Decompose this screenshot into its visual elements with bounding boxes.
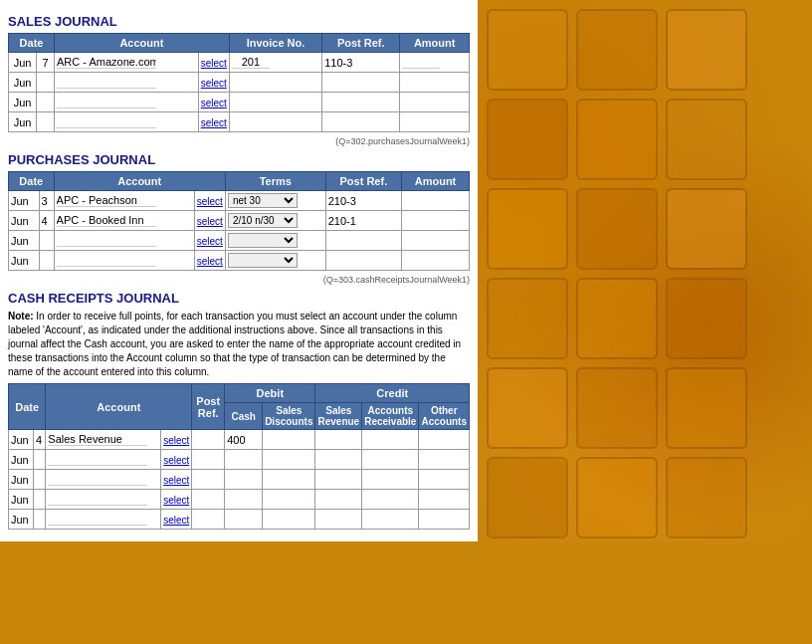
crj-day-1: 4: [34, 430, 46, 450]
crj-account-4: [46, 490, 161, 510]
sj-day-2: [37, 73, 55, 93]
crj-salesdisc-1: [263, 430, 315, 450]
puzzle-bg-svg: [478, 0, 812, 541]
crj-other-5: [419, 510, 470, 530]
pj-account-input-3[interactable]: [57, 234, 156, 247]
crj-account-5: [46, 510, 161, 530]
sj-account-input-1[interactable]: [57, 56, 156, 69]
crj-otheraccounts-header: Other Accounts: [419, 403, 470, 430]
pj-terms-header: Terms: [225, 172, 325, 191]
crj-postref-2: [192, 450, 225, 470]
svg-rect-5: [667, 100, 746, 179]
pj-account-input-1[interactable]: [57, 194, 156, 207]
crj-select-3[interactable]: select: [163, 475, 189, 486]
crj-account-input-5[interactable]: [48, 513, 147, 526]
cash-receipts-note: Note: In order to receive full points, f…: [8, 310, 470, 379]
pj-terms-select-4[interactable]: net 30 2/10 n/30: [228, 253, 298, 268]
pj-select-cell-4: select: [194, 251, 225, 271]
sj-select-cell-4: select: [198, 112, 229, 132]
pj-month-4: Jun: [9, 251, 40, 271]
crj-select-2[interactable]: select: [163, 455, 189, 466]
svg-rect-8: [667, 189, 746, 269]
sj-invoice-header: Invoice No.: [229, 34, 321, 53]
pj-day-2: 4: [39, 211, 54, 231]
crj-account-input-4[interactable]: [48, 493, 147, 506]
sj-postref-1: 110-3: [322, 53, 400, 73]
crj-salesrevenue-header: Sales Revenue: [315, 403, 362, 430]
sj-postref-3: [322, 93, 400, 112]
table-row: Jun select: [9, 490, 470, 510]
pj-month-1: Jun: [9, 191, 40, 211]
crj-select-4[interactable]: select: [163, 495, 189, 506]
sj-postref-header: Post Ref.: [322, 34, 400, 53]
crj-postref-5: [192, 510, 225, 530]
pj-terms-select-2[interactable]: 2/10 n/30 net 30: [228, 213, 298, 228]
sj-invoice-1: [229, 53, 321, 73]
sj-account-input-2[interactable]: [57, 76, 156, 89]
crj-day-5: [34, 510, 46, 530]
table-row: Jun 3 select net 30 2/10 n/30 210-3: [9, 191, 470, 211]
sj-postref-4: [322, 112, 400, 132]
sj-amount-3: [400, 93, 470, 112]
pj-day-4: [39, 251, 54, 271]
pj-terms-select-3[interactable]: net 30 2/10 n/30: [228, 233, 298, 248]
crj-acctreceiv-2: [362, 450, 419, 470]
pj-select-3[interactable]: select: [197, 236, 223, 247]
crj-select-5[interactable]: select: [163, 515, 189, 526]
crj-account-3: [46, 470, 161, 490]
decorative-panel: [478, 0, 812, 541]
pj-month-3: Jun: [9, 231, 40, 251]
svg-rect-9: [488, 279, 567, 358]
sj-day-1: 7: [37, 53, 55, 73]
watermark-1: (Q=302.purchasesJournalWeek1): [8, 136, 470, 146]
crj-account-1: [46, 430, 161, 450]
sj-account-3: [55, 93, 199, 112]
crj-account-input-2[interactable]: [48, 453, 147, 466]
crj-postref-4: [192, 490, 225, 510]
crj-acctreceiv-1: [362, 430, 419, 450]
sj-account-1: [55, 53, 199, 73]
crj-month-3: Jun: [9, 470, 34, 490]
pj-select-cell-1: select: [194, 191, 225, 211]
svg-rect-13: [577, 368, 657, 448]
sj-select-2[interactable]: select: [201, 78, 227, 89]
crj-month-5: Jun: [9, 510, 34, 530]
pj-terms-select-1[interactable]: net 30 2/10 n/30: [228, 193, 298, 208]
pj-terms-1: net 30 2/10 n/30: [225, 191, 325, 211]
crj-account-input-1[interactable]: [48, 433, 147, 446]
table-row: Jun select: [9, 112, 470, 132]
svg-rect-7: [577, 189, 657, 269]
pj-select-cell-2: select: [194, 211, 225, 231]
crj-debit-header: Debit: [225, 384, 315, 403]
pj-select-2[interactable]: select: [197, 216, 223, 227]
svg-rect-17: [667, 458, 746, 537]
sj-invoice-input-1[interactable]: [232, 56, 270, 69]
pj-postref-3: [325, 231, 401, 251]
pj-account-input-4[interactable]: [57, 254, 156, 267]
pj-account-input-2[interactable]: [57, 214, 156, 227]
crj-select-1[interactable]: select: [163, 435, 189, 446]
crj-select-cell-5: select: [161, 510, 192, 530]
pj-postref-1: 210-3: [325, 191, 401, 211]
sj-account-input-4[interactable]: [57, 115, 156, 128]
svg-rect-6: [488, 189, 567, 269]
sj-amount-input-1[interactable]: [402, 56, 440, 69]
pj-day-3: [39, 231, 54, 251]
sj-select-3[interactable]: select: [201, 98, 227, 108]
sales-journal-title: SALES JOURNAL: [8, 14, 470, 29]
crj-account-2: [46, 450, 161, 470]
pj-select-1[interactable]: select: [197, 196, 223, 207]
crj-account-header: Account: [46, 384, 192, 430]
crj-salesdisc-3: [263, 470, 315, 490]
sj-select-1[interactable]: select: [201, 58, 227, 69]
pj-select-4[interactable]: select: [197, 256, 223, 267]
sj-month-2: Jun: [9, 73, 37, 93]
pj-select-cell-3: select: [194, 231, 225, 251]
crj-account-input-3[interactable]: [48, 473, 147, 486]
cash-receipts-table: Date Account Post Ref. Debit Credit Cash…: [8, 383, 470, 530]
crj-postref-header: Post Ref.: [192, 384, 225, 430]
sj-account-input-3[interactable]: [57, 96, 156, 108]
crj-day-2: [34, 450, 46, 470]
note-body: In order to receive full points, for eac…: [8, 311, 461, 377]
sj-select-4[interactable]: select: [201, 117, 227, 128]
